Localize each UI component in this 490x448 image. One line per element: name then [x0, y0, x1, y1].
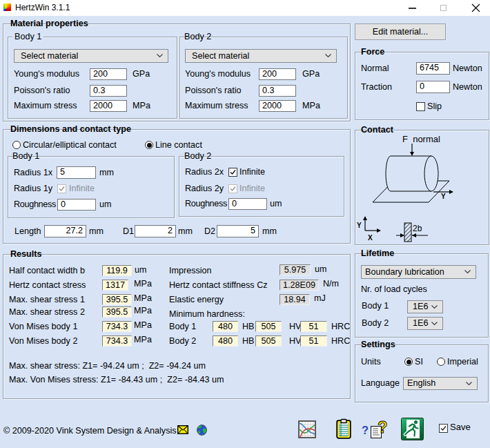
svg-text:Y: Y [357, 222, 362, 229]
svg-text:2b: 2b [413, 224, 422, 233]
svg-text:Y: Y [441, 193, 446, 200]
svg-text:?: ? [378, 418, 388, 436]
svg-text:X: X [368, 234, 373, 242]
svg-text:F normal: F normal [402, 134, 440, 144]
